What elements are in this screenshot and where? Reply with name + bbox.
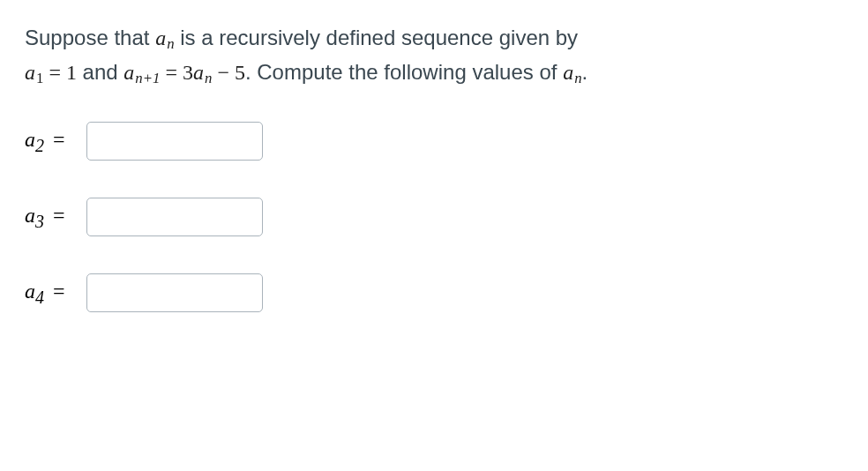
math-an-end: an xyxy=(563,61,581,84)
label-a2: a2 = xyxy=(25,123,86,160)
label-a3: a3 = xyxy=(25,199,86,236)
question-prompt: Suppose that an is a recursively defined… xyxy=(25,21,843,90)
input-a4[interactable] xyxy=(86,273,263,312)
prompt-text-1: Suppose that xyxy=(25,26,155,49)
math-anp1: an+1 = 3an − 5 xyxy=(123,61,245,84)
input-a2[interactable] xyxy=(86,122,263,161)
math-an: an xyxy=(155,26,174,49)
answer-row-a2: a2 = xyxy=(25,122,843,161)
label-a4: a4 = xyxy=(25,275,86,311)
answer-row-a3: a3 = xyxy=(25,198,843,236)
input-a3[interactable] xyxy=(86,198,263,236)
prompt-and: and xyxy=(77,60,123,84)
math-a1: a1 = 1 xyxy=(25,61,77,84)
prompt-text-3: . Compute the following values of xyxy=(245,60,563,84)
answer-row-a4: a4 = xyxy=(25,273,843,312)
prompt-text-2: is a recursively defined sequence given … xyxy=(175,26,579,49)
prompt-period: . xyxy=(582,60,588,84)
